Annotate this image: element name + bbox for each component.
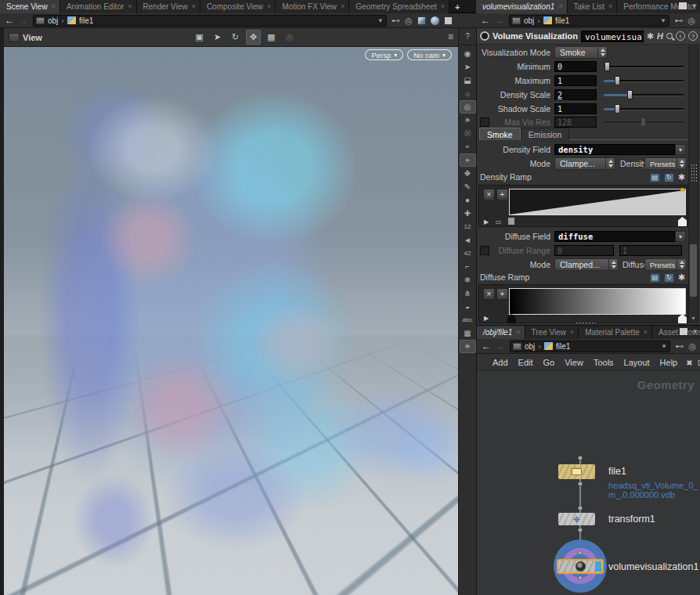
new-tab-button[interactable]: +: [449, 0, 465, 13]
spotlight-icon[interactable]: ☼: [460, 87, 476, 100]
key-count-icon[interactable]: 42: [460, 247, 476, 260]
density-presets-dropdown[interactable]: Presets: [644, 157, 687, 170]
path-field[interactable]: obj › file1 ▾: [33, 15, 387, 27]
headlight-icon[interactable]: ☀: [460, 114, 476, 127]
menu-layout[interactable]: Layout: [624, 358, 650, 367]
ramp-remove-point-button[interactable]: ×: [483, 288, 495, 300]
ramp-copy-icon[interactable]: ▤: [650, 173, 660, 182]
path-dropdown-icon[interactable]: ▾: [377, 16, 384, 24]
sphere-icon[interactable]: [431, 16, 439, 25]
houdini-engine-icon[interactable]: H: [657, 31, 663, 41]
diffuse-ramp-widget[interactable]: × + ▶: [478, 284, 688, 323]
spinner-icon[interactable]: [608, 259, 618, 270]
ramp-settings-icon[interactable]: ✱: [678, 172, 685, 182]
help-icon[interactable]: ?: [688, 31, 698, 41]
ramp-expand-icon[interactable]: ▶: [484, 218, 489, 225]
path-dropdown-icon[interactable]: ▾: [661, 342, 668, 350]
radial-menu-icon[interactable]: ◎: [405, 16, 413, 26]
spinner-icon[interactable]: [605, 158, 615, 169]
ramp-add-point-button[interactable]: +: [496, 189, 508, 200]
density-ramp-curve[interactable]: [509, 189, 686, 215]
path-root-label[interactable]: obj: [525, 342, 535, 351]
tab-close-icon[interactable]: ×: [644, 329, 648, 336]
density-scale-slider[interactable]: [604, 90, 684, 99]
frame-count-icon[interactable]: 12: [460, 220, 476, 233]
tab-obj-file1[interactable]: /obj/file1×: [477, 326, 525, 339]
geometry-box-icon[interactable]: ▦: [264, 30, 279, 45]
tab-render-view[interactable]: Render View×: [137, 0, 200, 13]
pin-icon[interactable]: ⊷: [674, 16, 683, 26]
maximum-slider[interactable]: [604, 76, 684, 85]
tab-close-icon[interactable]: ×: [341, 3, 345, 10]
density-mode-dropdown[interactable]: Clampe...: [554, 157, 615, 170]
path-dropdown-icon[interactable]: ▾: [660, 16, 667, 24]
ramp-reload-icon[interactable]: ↻: [664, 273, 674, 283]
tab-volumevisualization1[interactable]: volumevisualization1×: [476, 0, 568, 13]
ramp-expand-icon[interactable]: ▶: [484, 315, 489, 322]
ramp-remove-point-button[interactable]: ×: [483, 189, 495, 200]
pane-maximize-icon[interactable]: [679, 2, 687, 9]
tab-tree-view[interactable]: Tree View×: [525, 326, 579, 339]
tab-close-icon[interactable]: ×: [128, 3, 132, 10]
diffuse-mode-dropdown[interactable]: Clamped...: [554, 258, 619, 271]
scrollbar-handle[interactable]: [690, 244, 697, 297]
tab-close-icon[interactable]: ×: [558, 3, 562, 10]
diffuse-presets-dropdown[interactable]: Presets: [644, 258, 687, 271]
path-field[interactable]: obj › file1 ▾: [509, 15, 669, 27]
maximum-field[interactable]: 1: [554, 75, 597, 86]
visualization-mode-dropdown[interactable]: Smoke: [554, 46, 608, 59]
pane-menu-icon[interactable]: ▾: [692, 2, 696, 9]
view-mode-icon[interactable]: ◉: [460, 47, 476, 60]
display-options-icon[interactable]: ≡: [448, 31, 453, 42]
select-arrow-icon[interactable]: ➤: [460, 60, 476, 74]
back-icon[interactable]: ←: [481, 16, 490, 25]
snap-target-icon[interactable]: ⌖: [460, 153, 476, 167]
node-transform1[interactable]: ✥: [558, 513, 595, 525]
tab-close-icon[interactable]: ×: [608, 3, 612, 10]
minimum-field[interactable]: 0: [554, 61, 597, 72]
tab-animation-editor[interactable]: Animation Editor×: [60, 0, 137, 13]
info-icon[interactable]: i: [676, 31, 685, 41]
node-file1[interactable]: [558, 464, 595, 479]
forward-icon[interactable]: →: [19, 16, 28, 25]
ramp-copy-icon[interactable]: ▤: [650, 273, 660, 283]
back-icon[interactable]: ←: [5, 16, 14, 25]
diffuse-field-input[interactable]: diffuse: [554, 231, 675, 242]
tab-close-icon[interactable]: ×: [52, 3, 56, 10]
spinner-icon[interactable]: [677, 259, 686, 270]
path-field[interactable]: obj › file1 ▾: [510, 341, 670, 352]
node-file-path-line2[interactable]: m_.0.000000.vdb: [608, 490, 675, 499]
show-handles-icon[interactable]: ✥: [246, 30, 261, 45]
disc-icon[interactable]: ◒: [460, 300, 476, 313]
node-label-volumevisualization1[interactable]: volumevisualization1: [608, 561, 698, 572]
cube-icon[interactable]: [417, 16, 426, 25]
fork-icon[interactable]: ⋔: [460, 287, 476, 300]
node-label-transform1[interactable]: transform1: [608, 514, 655, 525]
tab-smoke[interactable]: Smoke: [479, 128, 521, 140]
select-cursor-icon[interactable]: ➤: [210, 30, 225, 45]
view-tool-icon[interactable]: ◎: [460, 100, 476, 114]
shelf-tools-icon[interactable]: ✖: [686, 359, 692, 367]
ramp-view-icon[interactable]: ▭: [496, 218, 502, 225]
node-connector-dot[interactable]: [578, 456, 583, 460]
help-icon[interactable]: ?: [460, 30, 476, 43]
stroke-icon[interactable]: ✚: [460, 207, 476, 220]
node-connector-dot[interactable]: [578, 481, 583, 486]
node-connector-dot[interactable]: [578, 575, 583, 580]
brush-icon[interactable]: ✎: [460, 180, 476, 193]
tab-motion-fx-view[interactable]: Motion FX View×: [276, 0, 349, 13]
tab-scene-view[interactable]: Scene View×: [0, 0, 60, 13]
tab-close-icon[interactable]: ×: [267, 3, 271, 10]
diffuse-ramp-gradient[interactable]: [509, 288, 686, 315]
forward-icon[interactable]: →: [496, 341, 505, 351]
lock-camera-icon[interactable]: ⬓: [460, 74, 476, 87]
menu-tools[interactable]: Tools: [594, 358, 614, 367]
pin-icon[interactable]: ⊷: [391, 16, 400, 26]
tab-composite-view[interactable]: Composite View×: [200, 0, 276, 13]
tab-close-icon[interactable]: ×: [516, 329, 520, 336]
ramp-key-right[interactable]: [678, 314, 687, 323]
tab-emission[interactable]: Emission: [521, 128, 570, 140]
scene-viewport[interactable]: Persp ▾ No cam ▾: [4, 47, 458, 595]
radial-menu-icon[interactable]: ◎: [688, 341, 696, 352]
path-node-label[interactable]: file1: [556, 342, 570, 351]
